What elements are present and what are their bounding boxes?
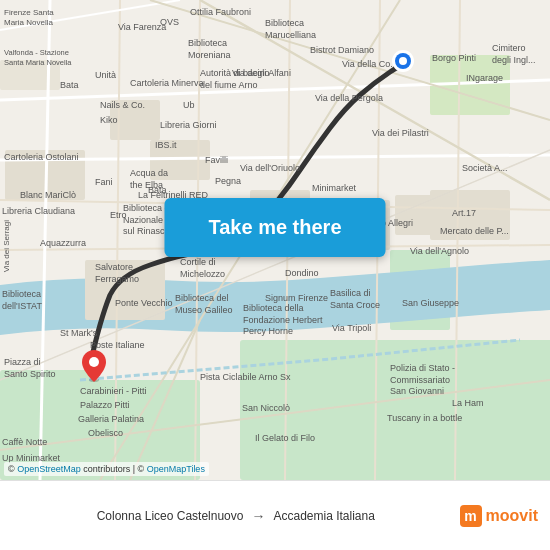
moovit-logo: m moovit xyxy=(460,505,538,527)
destination-marker xyxy=(392,50,414,76)
moovit-m-icon: m xyxy=(460,505,482,527)
from-stop-label: Colonna Liceo Castelnuovo xyxy=(97,509,244,523)
svg-point-33 xyxy=(89,357,99,367)
svg-rect-8 xyxy=(110,100,160,140)
take-me-there-button[interactable]: Take me there xyxy=(164,198,385,257)
origin-marker xyxy=(82,350,106,386)
svg-rect-6 xyxy=(0,60,60,90)
map-container: Take me there Firenze SantaMaria Novella… xyxy=(0,0,550,480)
route-info: Colonna Liceo Castelnuovo → Accademia It… xyxy=(12,508,460,524)
bottom-bar: Colonna Liceo Castelnuovo → Accademia It… xyxy=(0,480,550,550)
svg-rect-13 xyxy=(430,190,510,240)
map-attribution: © OpenStreetMap contributors | © OpenMap… xyxy=(4,462,209,476)
arrow-icon: → xyxy=(251,508,265,524)
svg-point-36 xyxy=(399,57,407,65)
svg-rect-14 xyxy=(85,260,165,320)
moovit-brand-text: moovit xyxy=(486,507,538,525)
to-stop-label: Accademia Italiana xyxy=(273,509,374,523)
